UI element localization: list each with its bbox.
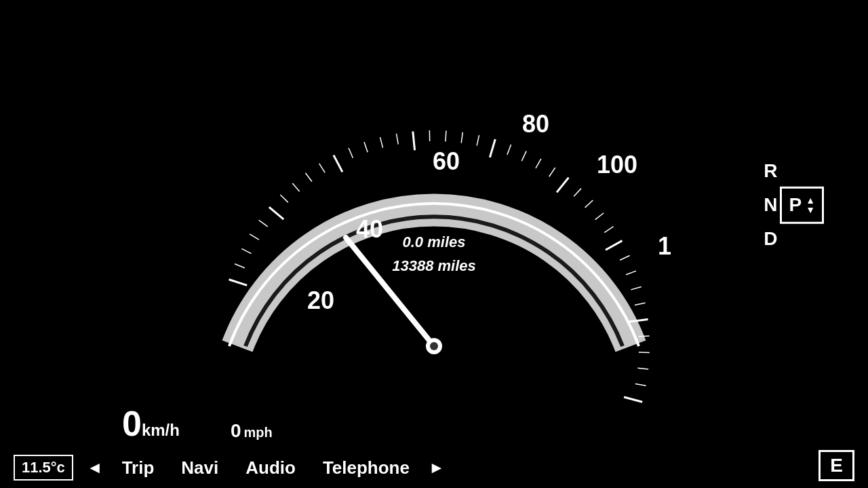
mph-unit: mph (244, 425, 273, 440)
nav-right-arrow[interactable]: ► (429, 458, 445, 477)
nav-item-navi[interactable]: Navi (181, 457, 218, 478)
e-indicator: E (818, 450, 854, 481)
gauge-label-60: 60 (433, 147, 460, 175)
mph-display: 0mph (231, 420, 273, 442)
gauge-label-20: 20 (307, 286, 334, 314)
nav-item-telephone[interactable]: Telephone (323, 457, 410, 478)
temperature-value: 11.5°c (22, 459, 65, 476)
odometer-display: 13388 miles (392, 254, 476, 278)
speedometer-gauge: 20 40 60 80 100 120 140 160 (197, 7, 671, 414)
gauge-label-40: 40 (356, 215, 383, 243)
gear-indicator: R N P ▲ ▼ D (764, 156, 824, 254)
nav-left-arrow[interactable]: ◄ (87, 458, 103, 477)
gear-d: D (764, 223, 824, 254)
dashboard: 20 40 60 80 100 120 140 160 (0, 0, 868, 488)
bottom-nav-bar: 11.5°c ◄ Trip Navi Audio Telephone ► (0, 447, 868, 488)
kmh-value: 0 (122, 404, 142, 443)
gear-arrows-icon: ▲ ▼ (806, 195, 815, 214)
nav-item-audio[interactable]: Audio (245, 457, 296, 478)
nav-item-trip[interactable]: Trip (122, 457, 155, 478)
gear-r: R (764, 156, 824, 187)
center-display: 0.0 miles 13388 miles (392, 230, 476, 278)
gauge-center-hub-inner (430, 342, 438, 350)
trip-display: 0.0 miles (392, 230, 476, 254)
kmh-unit: km/h (142, 421, 180, 439)
gauge-label-120: 120 (658, 232, 671, 260)
gauge-label-80: 80 (522, 110, 549, 138)
gauge-label-100: 100 (597, 151, 637, 179)
mph-value: 0 (231, 420, 241, 441)
gear-p: P (789, 190, 802, 221)
kmh-display: 0km/h (122, 403, 180, 444)
temperature-display: 11.5°c (14, 455, 73, 481)
gear-n: N (764, 190, 777, 221)
